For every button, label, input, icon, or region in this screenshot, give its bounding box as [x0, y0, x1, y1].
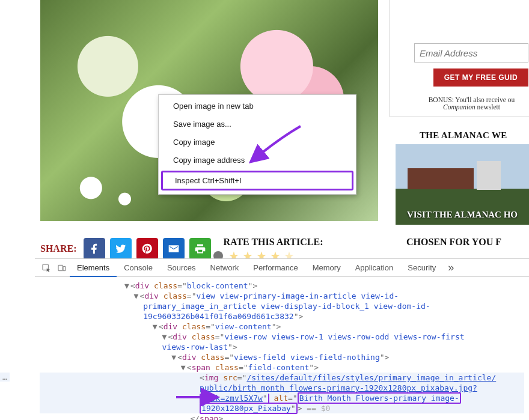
dom-ellipsis: …	[0, 373, 10, 382]
chosen-heading: CHOSEN FOR YOU F	[406, 237, 529, 248]
email-input[interactable]	[414, 43, 528, 62]
pinterest-icon	[141, 243, 153, 255]
ctx-copy-image[interactable]: Copy image	[159, 133, 356, 151]
tab-console[interactable]: Console	[117, 259, 160, 277]
share-pinterest-button[interactable]	[136, 238, 158, 260]
share-facebook-button[interactable]	[84, 238, 105, 260]
tab-network[interactable]: Network	[203, 259, 246, 277]
tab-performance[interactable]: Performance	[246, 259, 305, 277]
share-twitter-button[interactable]	[110, 238, 132, 260]
tabs-overflow-icon[interactable]: »	[443, 261, 459, 274]
svg-rect-1	[58, 265, 63, 270]
share-print-button[interactable]	[189, 238, 211, 260]
devtools-tabs: Elements Console Sources Network Perform…	[35, 259, 529, 277]
ctx-inspect-label: Inspect	[175, 176, 200, 185]
ctx-open-new-tab[interactable]: Open image in new tab	[159, 97, 356, 115]
share-label: SHARE:	[40, 243, 76, 254]
webcam-thumb[interactable]: VISIT THE ALMANAC HO	[396, 144, 529, 225]
ctx-copy-address[interactable]: Copy image address	[159, 151, 356, 169]
ctx-inspect[interactable]: Inspect Ctrl+Shift+I	[161, 171, 353, 190]
bonus-text: BONUS: You'll also receive ou Companion …	[414, 96, 529, 111]
twitter-icon	[115, 243, 127, 255]
facebook-icon	[88, 243, 100, 255]
inspect-element-icon[interactable]	[38, 260, 54, 276]
tab-security[interactable]: Security	[400, 259, 443, 277]
sidebar: GET MY FREE GUID BONUS: You'll also rece…	[390, 0, 529, 248]
tab-elements[interactable]: Elements	[70, 259, 117, 277]
tab-sources[interactable]: Sources	[160, 259, 203, 277]
ctx-inspect-shortcut: Ctrl+Shift+I	[203, 176, 242, 185]
svg-rect-2	[63, 266, 66, 270]
tab-application[interactable]: Application	[348, 259, 401, 277]
get-guide-button[interactable]: GET MY FREE GUID	[433, 68, 528, 87]
tab-memory[interactable]: Memory	[305, 259, 348, 277]
device-toolbar-icon[interactable]	[54, 260, 70, 276]
print-icon	[194, 243, 206, 255]
dom-tree[interactable]: ▼<div class="block-content"> ▼<div class…	[35, 277, 529, 420]
context-menu: Open image in new tab Save image as... C…	[158, 94, 356, 195]
email-icon	[168, 243, 180, 255]
share-email-button[interactable]	[163, 238, 185, 260]
webcam-overlay-text: VISIT THE ALMANAC HO	[396, 210, 529, 220]
ctx-save-as[interactable]: Save image as...	[159, 115, 356, 133]
rate-label: RATE THIS ARTICLE:	[223, 237, 323, 248]
webcam-heading: THE ALMANAC WE	[420, 130, 529, 141]
devtools-panel: Elements Console Sources Network Perform…	[35, 258, 529, 420]
